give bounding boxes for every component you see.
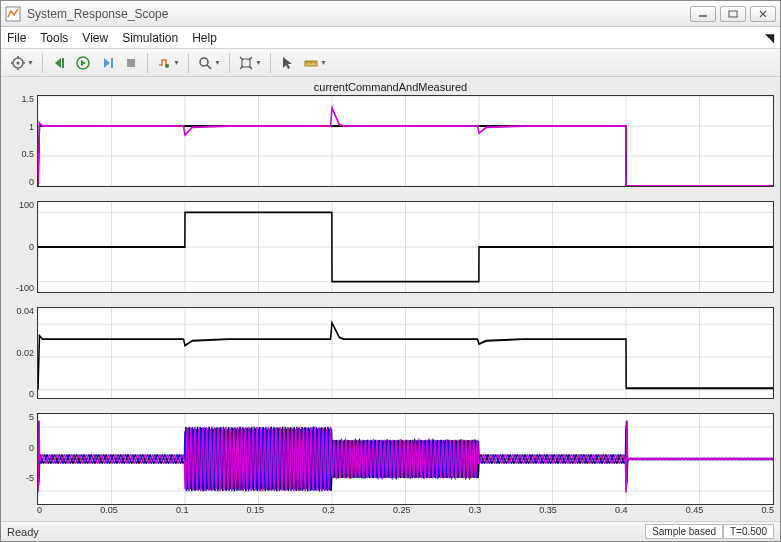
plot-canvas[interactable] [37, 307, 774, 399]
plot-title [7, 293, 774, 307]
zoom-button[interactable]: ▼ [194, 52, 224, 74]
toolbar: ▼ ▼ ▼ ▼ ▼ [1, 49, 780, 77]
config-button[interactable]: ▼ [7, 52, 37, 74]
plot-2: 0.040.020 [7, 293, 774, 399]
svg-rect-16 [242, 59, 250, 67]
y-axis: 0.040.020 [7, 307, 37, 399]
plot-3: 50-5 [7, 399, 774, 505]
minimize-button[interactable] [690, 6, 716, 22]
plot-0: currentCommandAndMeasured 1.510.50 [7, 81, 774, 187]
menu-help[interactable]: Help [192, 31, 217, 45]
status-mode: Sample based [645, 524, 723, 539]
status-time: T=0.500 [723, 524, 774, 539]
svg-point-13 [165, 64, 169, 68]
statusbar: Ready Sample based T=0.500 [1, 521, 780, 541]
y-axis: 1.510.50 [7, 95, 37, 187]
step-back-button[interactable] [48, 52, 70, 74]
x-axis: 00.050.10.150.20.250.30.350.40.450.5 [7, 505, 774, 519]
svg-point-14 [200, 58, 208, 66]
svg-rect-12 [127, 59, 135, 67]
y-axis: 1000-100 [7, 201, 37, 293]
svg-rect-11 [111, 58, 113, 68]
plot-canvas[interactable] [37, 413, 774, 505]
stop-button[interactable] [120, 52, 142, 74]
plot-title [7, 399, 774, 413]
run-button[interactable] [72, 52, 94, 74]
step-forward-button[interactable] [96, 52, 118, 74]
plot-title: currentCommandAndMeasured [7, 81, 774, 95]
plot-title [7, 187, 774, 201]
menubar: File Tools View Simulation Help ◥ [1, 27, 780, 49]
measure-button[interactable]: ▼ [300, 52, 330, 74]
svg-line-15 [207, 65, 211, 69]
window-title: System_Response_Scope [27, 7, 690, 21]
cursor-button[interactable] [276, 52, 298, 74]
titlebar: System_Response_Scope [1, 1, 780, 27]
svg-point-4 [17, 61, 20, 64]
svg-rect-9 [62, 58, 64, 68]
plots-area: currentCommandAndMeasured 1.510.50 1000-… [1, 77, 780, 521]
plot-1: 1000-100 [7, 187, 774, 293]
plot-canvas[interactable] [37, 201, 774, 293]
menu-overflow-icon[interactable]: ◥ [765, 31, 774, 45]
menu-file[interactable]: File [7, 31, 26, 45]
plot-canvas[interactable] [37, 95, 774, 187]
menu-tools[interactable]: Tools [40, 31, 68, 45]
app-icon [5, 6, 21, 22]
y-axis: 50-5 [7, 413, 37, 505]
maximize-button[interactable] [720, 6, 746, 22]
autoscale-button[interactable]: ▼ [235, 52, 265, 74]
status-text: Ready [7, 526, 39, 538]
menu-view[interactable]: View [82, 31, 108, 45]
close-button[interactable] [750, 6, 776, 22]
svg-rect-2 [729, 11, 737, 17]
menu-simulation[interactable]: Simulation [122, 31, 178, 45]
trigger-button[interactable]: ▼ [153, 52, 183, 74]
